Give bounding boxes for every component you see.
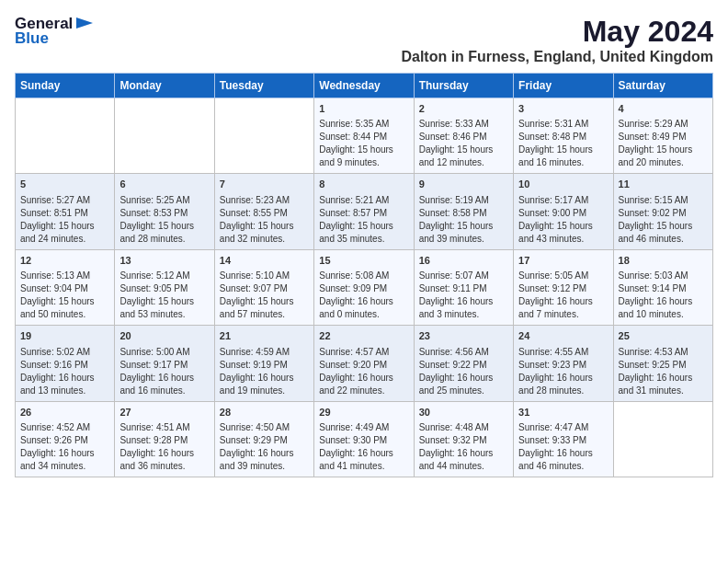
day-info: Sunrise: 4:53 AM bbox=[619, 346, 708, 359]
day-info: and 7 minutes. bbox=[518, 308, 608, 321]
day-info: and 16 minutes. bbox=[119, 385, 209, 397]
calendar-cell bbox=[16, 98, 115, 174]
day-number: 22 bbox=[319, 329, 408, 343]
day-number: 29 bbox=[319, 406, 408, 419]
day-info: Sunrise: 4:59 AM bbox=[220, 346, 309, 359]
day-info: Daylight: 16 hours bbox=[518, 372, 608, 385]
day-number: 5 bbox=[20, 178, 109, 191]
day-info: Sunset: 9:05 PM bbox=[119, 282, 209, 295]
day-number: 2 bbox=[419, 102, 508, 116]
day-info: Sunset: 8:57 PM bbox=[319, 207, 408, 220]
calendar-cell bbox=[214, 98, 313, 174]
calendar-cell: 26Sunrise: 4:52 AMSunset: 9:26 PMDayligh… bbox=[16, 401, 115, 477]
day-info: Daylight: 15 hours bbox=[220, 220, 309, 233]
day-info: Sunrise: 5:08 AM bbox=[319, 270, 408, 282]
day-info: Sunrise: 4:51 AM bbox=[119, 421, 209, 434]
day-number: 23 bbox=[419, 329, 508, 343]
calendar-cell bbox=[115, 98, 214, 174]
day-info: Daylight: 16 hours bbox=[220, 372, 309, 385]
calendar-week-2: 5Sunrise: 5:27 AMSunset: 8:51 PMDaylight… bbox=[16, 174, 713, 249]
day-number: 31 bbox=[518, 406, 608, 419]
day-info: Sunrise: 4:52 AM bbox=[20, 421, 109, 434]
calendar-cell bbox=[613, 401, 712, 477]
day-info: and 35 minutes. bbox=[319, 233, 408, 246]
day-info: and 31 minutes. bbox=[619, 385, 708, 397]
day-number: 9 bbox=[419, 178, 508, 191]
day-info: Daylight: 16 hours bbox=[419, 372, 508, 385]
day-info: Daylight: 16 hours bbox=[518, 295, 608, 308]
day-number: 11 bbox=[619, 178, 708, 191]
day-info: and 28 minutes. bbox=[119, 233, 209, 246]
day-info: Sunrise: 5:07 AM bbox=[419, 270, 508, 282]
main-title: May 2024 bbox=[401, 15, 713, 49]
day-info: Daylight: 16 hours bbox=[119, 447, 209, 460]
calendar-cell: 13Sunrise: 5:12 AMSunset: 9:05 PMDayligh… bbox=[115, 249, 214, 325]
day-number: 30 bbox=[419, 406, 508, 419]
day-info: and 3 minutes. bbox=[419, 308, 508, 321]
day-info: and 19 minutes. bbox=[220, 385, 309, 397]
calendar-cell: 2Sunrise: 5:33 AMSunset: 8:46 PMDaylight… bbox=[414, 98, 513, 174]
day-info: and 50 minutes. bbox=[20, 308, 109, 321]
day-info: Sunrise: 5:19 AM bbox=[419, 194, 508, 207]
day-number: 4 bbox=[619, 102, 708, 116]
day-number: 27 bbox=[119, 406, 209, 419]
day-info: Sunset: 9:22 PM bbox=[419, 359, 508, 372]
day-number: 15 bbox=[319, 254, 408, 268]
header-day-wednesday: Wednesday bbox=[314, 74, 414, 98]
calendar-cell: 3Sunrise: 5:31 AMSunset: 8:48 PMDaylight… bbox=[514, 98, 613, 174]
day-info: Sunset: 9:28 PM bbox=[119, 434, 209, 447]
day-info: and 46 minutes. bbox=[619, 233, 708, 246]
day-info: Sunset: 8:55 PM bbox=[220, 207, 309, 220]
calendar-cell: 24Sunrise: 4:55 AMSunset: 9:23 PMDayligh… bbox=[514, 326, 613, 401]
calendar-cell: 5Sunrise: 5:27 AMSunset: 8:51 PMDaylight… bbox=[16, 174, 115, 249]
day-info: and 34 minutes. bbox=[20, 460, 109, 473]
calendar-cell: 25Sunrise: 4:53 AMSunset: 9:25 PMDayligh… bbox=[613, 326, 712, 401]
day-info: Daylight: 16 hours bbox=[419, 295, 508, 308]
day-info: Daylight: 16 hours bbox=[20, 447, 109, 460]
calendar-cell: 29Sunrise: 4:49 AMSunset: 9:30 PMDayligh… bbox=[314, 401, 414, 477]
header-day-sunday: Sunday bbox=[16, 74, 115, 98]
calendar-cell: 28Sunrise: 4:50 AMSunset: 9:29 PMDayligh… bbox=[214, 401, 313, 477]
day-info: Daylight: 15 hours bbox=[619, 144, 708, 156]
subtitle: Dalton in Furness, England, United Kingd… bbox=[401, 49, 713, 65]
day-info: and 36 minutes. bbox=[119, 460, 209, 473]
header-day-thursday: Thursday bbox=[414, 74, 513, 98]
day-info: and 20 minutes. bbox=[619, 156, 708, 169]
calendar-cell: 22Sunrise: 4:57 AMSunset: 9:20 PMDayligh… bbox=[314, 326, 414, 401]
day-info: Sunset: 8:51 PM bbox=[20, 207, 109, 220]
calendar-cell: 20Sunrise: 5:00 AMSunset: 9:17 PMDayligh… bbox=[115, 326, 214, 401]
calendar-header-row: SundayMondayTuesdayWednesdayThursdayFrid… bbox=[16, 74, 713, 98]
calendar-cell: 17Sunrise: 5:05 AMSunset: 9:12 PMDayligh… bbox=[514, 249, 613, 325]
day-info: and 39 minutes. bbox=[419, 233, 508, 246]
calendar-cell: 7Sunrise: 5:23 AMSunset: 8:55 PMDaylight… bbox=[214, 174, 313, 249]
day-info: Sunset: 8:58 PM bbox=[419, 207, 508, 220]
day-info: Sunset: 8:49 PM bbox=[619, 131, 708, 144]
day-info: Sunrise: 5:33 AM bbox=[419, 118, 508, 131]
day-number: 8 bbox=[319, 178, 408, 191]
day-info: Sunrise: 4:56 AM bbox=[419, 346, 508, 359]
header-day-tuesday: Tuesday bbox=[214, 74, 313, 98]
calendar-cell: 31Sunrise: 4:47 AMSunset: 9:33 PMDayligh… bbox=[514, 401, 613, 477]
day-number: 12 bbox=[20, 254, 109, 268]
calendar-cell: 8Sunrise: 5:21 AMSunset: 8:57 PMDaylight… bbox=[314, 174, 414, 249]
day-info: Sunrise: 5:03 AM bbox=[619, 270, 708, 282]
logo: General Blue bbox=[15, 15, 95, 48]
day-info: Sunset: 9:16 PM bbox=[20, 359, 109, 372]
day-info: and 12 minutes. bbox=[419, 156, 508, 169]
day-number: 14 bbox=[220, 254, 309, 268]
day-info: Sunrise: 5:35 AM bbox=[319, 118, 408, 131]
day-info: Daylight: 16 hours bbox=[619, 372, 708, 385]
day-number: 6 bbox=[119, 178, 209, 191]
calendar-cell: 19Sunrise: 5:02 AMSunset: 9:16 PMDayligh… bbox=[16, 326, 115, 401]
day-info: Sunrise: 5:27 AM bbox=[20, 194, 109, 207]
day-info: Sunrise: 5:21 AM bbox=[319, 194, 408, 207]
day-info: Sunset: 8:46 PM bbox=[419, 131, 508, 144]
day-info: Daylight: 15 hours bbox=[119, 295, 209, 308]
day-info: Sunset: 9:00 PM bbox=[518, 207, 608, 220]
day-info: Sunrise: 5:10 AM bbox=[220, 270, 309, 282]
day-info: Sunset: 8:48 PM bbox=[518, 131, 608, 144]
day-info: Sunset: 9:29 PM bbox=[220, 434, 309, 447]
day-info: Daylight: 16 hours bbox=[319, 447, 408, 460]
day-info: and 22 minutes. bbox=[319, 385, 408, 397]
day-info: and 10 minutes. bbox=[619, 308, 708, 321]
